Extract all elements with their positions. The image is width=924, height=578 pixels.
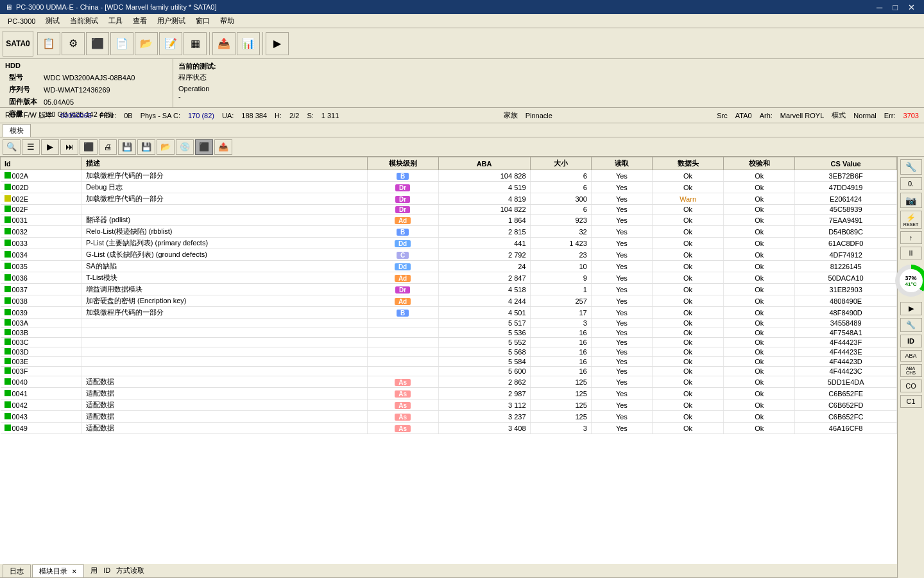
col-cs: CS Value [795, 157, 897, 170]
cell-cs: 48F8490D [795, 307, 897, 319]
cell-checksum: Ok [724, 249, 795, 261]
toolbar-btn-9[interactable]: 📊 [237, 32, 260, 55]
mod-btn-save1[interactable]: 💾 [118, 139, 136, 155]
toolbar-btn-10[interactable]: ▶ [266, 32, 289, 55]
table-row[interactable]: 003A5 5173YesOkOk34558489 [1, 319, 897, 328]
table-row[interactable]: 0049适配数据As3 4083YesOkOk46A16CF8 [1, 423, 897, 434]
table-container[interactable]: Id 描述 模块级别 ABA 大小 读取 数据头 校验和 CS Value 00… [0, 157, 897, 564]
table-row[interactable]: 002DDebug 日志Dr4 5196YesOkOk47DD4919 [1, 182, 897, 193]
close-button[interactable]: ✕ [904, 3, 919, 12]
cell-aba: 5 517 [438, 319, 530, 328]
mod-btn-export[interactable]: 📤 [214, 139, 232, 155]
menu-item-1[interactable]: 测试 [40, 15, 65, 27]
mod-btn-step[interactable]: ⏭ [60, 139, 78, 155]
mod-btn-load[interactable]: 📂 [157, 139, 175, 155]
table-row[interactable]: 0031翻译器 (pdlist)Ad1 864923YesOkOk7EAA949… [1, 215, 897, 226]
row-indicator [4, 329, 11, 335]
sidebar-btn-0[interactable]: 0. [900, 177, 922, 190]
table-row[interactable]: 0040适配数据As2 862125YesOkOk5DD1E4DA [1, 376, 897, 388]
cell-size: 16 [530, 328, 591, 338]
table-row[interactable]: 0034G-List (成长缺陷列表) (ground defects)C2 7… [1, 249, 897, 261]
level-badge: C [397, 252, 409, 259]
table-row[interactable]: 003E5 58416YesOkOk4F44423D [1, 357, 897, 367]
toolbar-btn-4[interactable]: 📄 [110, 32, 133, 55]
table-row[interactable]: 002FDr104 8226YesOkOk45C58939 [1, 205, 897, 215]
table-row[interactable]: 0038加密硬盘的密钥 (Encription key)Ad4 244257Ye… [1, 295, 897, 307]
module-toolbar: 🔍 ☰ ▶ ⏭ ⬛ 🖨 💾 💾 📂 💿 ⬛ 📤 [0, 137, 924, 157]
menu-item-3[interactable]: 工具 [103, 15, 128, 27]
sidebar-btn-aba[interactable]: ABA [900, 350, 922, 362]
sidebar-btn-c1[interactable]: C1 [900, 395, 922, 408]
cell-size: 16 [530, 367, 591, 376]
table-row[interactable]: 002E加载微程序代码的一部分Dr4 819300YesWarnOkE20614… [1, 193, 897, 205]
mod-btn-print[interactable]: 🖨 [99, 139, 117, 155]
menu-item-4[interactable]: 查看 [128, 15, 152, 27]
tab-modules[interactable]: 模块目录 ✕ [32, 565, 84, 577]
sidebar-btn-co[interactable]: CO [900, 380, 922, 392]
sidebar-btn-tools[interactable]: 🔧 [900, 318, 922, 332]
menu-item-7[interactable]: 帮助 [215, 15, 239, 27]
level-badge: As [395, 379, 411, 386]
table-row[interactable]: 002A加载微程序代码的一部分B104 8286YesOkOk3EB72B6F [1, 170, 897, 182]
minimize-button[interactable]: ─ [873, 3, 886, 12]
table-row[interactable]: 0033P-List (主要缺陷列表) (primary defects)Dd4… [1, 238, 897, 249]
row-indicator [4, 274, 11, 281]
cell-read: Yes [591, 215, 652, 226]
sidebar-btn-config[interactable]: 🔧 [900, 159, 922, 175]
cell-cs: 5DD1E4DA [795, 376, 897, 388]
toolbar-btn-2[interactable]: ⚙ [62, 32, 85, 55]
h-label: H: [275, 112, 282, 119]
table-row[interactable]: 0042适配数据As3 112125YesOkOkC6B652FD [1, 399, 897, 411]
table-row[interactable]: 003C5 55216YesOkOk4F44423F [1, 338, 897, 347]
menu-item-0[interactable]: PC-3000 [3, 16, 40, 26]
row-indicator [4, 367, 11, 374]
rom-value: 00050065 [60, 112, 92, 119]
sidebar-btn-id[interactable]: ID [900, 335, 922, 347]
mod-btn-list[interactable]: ☰ [22, 139, 40, 155]
cell-cs: 61AC8DF0 [795, 238, 897, 249]
table-row[interactable]: 0037增益调用数据模块Dr4 5181YesOkOk31EB2903 [1, 284, 897, 295]
toolbar-btn-7[interactable]: ▦ [184, 32, 207, 55]
toolbar-btn-6[interactable]: 📝 [159, 32, 182, 55]
sidebar-btn-pause[interactable]: II [900, 247, 922, 259]
maximize-button[interactable]: □ [889, 3, 902, 12]
cell-level: As [367, 411, 438, 423]
sidebar-btn-camera[interactable]: 📷 [900, 193, 922, 208]
sidebar-btn-next[interactable]: ▶ [900, 302, 922, 315]
toolbar-btn-5[interactable]: 📂 [135, 32, 158, 55]
table-row[interactable]: 0043适配数据As3 237125YesOkOkC6B652FC [1, 411, 897, 423]
table-row[interactable]: 003D5 56816YesOkOk4F44423E [1, 347, 897, 357]
mod-btn-stop[interactable]: ⬛ [80, 139, 98, 155]
table-row[interactable]: 003F5 60016YesOkOk4F44423C [1, 367, 897, 376]
cell-checksum: Ok [724, 338, 795, 347]
table-row[interactable]: 0039加载微程序代码的一部分B4 50117YesOkOk48F8490D [1, 307, 897, 319]
mod-btn-search[interactable]: 🔍 [3, 139, 21, 155]
cell-desc: T-List模块 [82, 272, 368, 284]
menu-item-6[interactable]: 窗口 [191, 15, 215, 27]
mod-btn-disk[interactable]: 💿 [176, 139, 194, 155]
table-row[interactable]: 0032Relo-List(模迹缺陷) (rbblist)B2 81532Yes… [1, 226, 897, 238]
table-row[interactable]: 003B5 53616YesOkOk4F7548A1 [1, 328, 897, 338]
menu-item-5[interactable]: 用户测试 [152, 15, 191, 27]
cell-id: 002D [1, 182, 82, 193]
col-read: 读取 [591, 157, 652, 170]
toolbar-btn-3[interactable]: ⬛ [86, 32, 109, 55]
table-row[interactable]: 0035SA的缺陷Dd2410YesOkOk81226145 [1, 261, 897, 272]
row-indicator [4, 319, 11, 326]
cell-level: Dr [367, 205, 438, 215]
sidebar-btn-reset[interactable]: ⚡ RESET [900, 211, 922, 229]
table-row[interactable]: 0041适配数据As2 987125YesOkOkC6B652FE [1, 388, 897, 399]
toolbar-btn-8[interactable]: 📤 [212, 32, 235, 55]
menu-item-2[interactable]: 当前测试 [65, 15, 103, 27]
module-tab[interactable]: 模块 [3, 124, 31, 137]
tab-log[interactable]: 日志 [3, 565, 31, 577]
mod-btn-play[interactable]: ▶ [41, 139, 59, 155]
table-row[interactable]: 0036T-List模块Ad2 8479YesOkOk50DACA10 [1, 272, 897, 284]
sidebar-btn-aba-chs[interactable]: ABACHS [900, 364, 922, 377]
tab-close-icon[interactable]: ✕ [72, 568, 77, 575]
toolbar-btn-1[interactable]: 📋 [37, 32, 60, 55]
mod-btn-gray[interactable]: ⬛ [195, 139, 213, 155]
sidebar-btn-up[interactable]: ↑ [900, 231, 922, 244]
cell-level: Dr [367, 193, 438, 205]
mod-btn-save2[interactable]: 💾 [137, 139, 155, 155]
